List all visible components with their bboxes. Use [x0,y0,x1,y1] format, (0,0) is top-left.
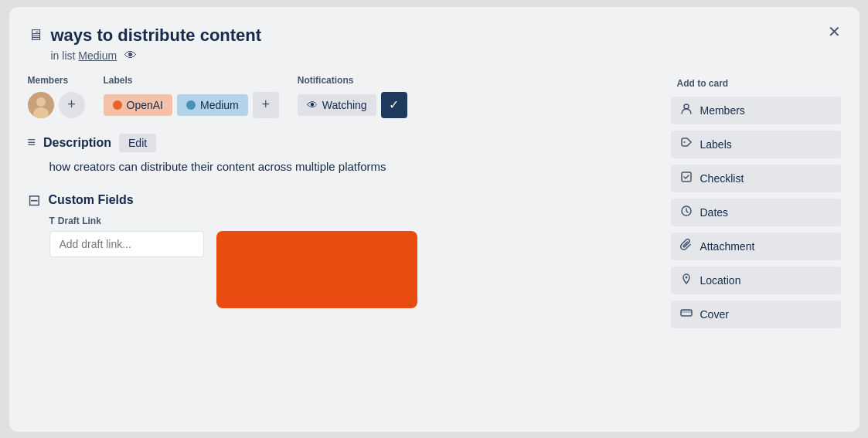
list-name-link[interactable]: Medium [78,49,117,62]
avatar[interactable] [28,92,54,118]
avatar-svg [28,92,54,118]
sidebar-cover-btn[interactable]: Cover [671,300,841,328]
openai-label-text: OpenAI [127,99,163,111]
draft-link-field: T Draft Link [49,216,204,257]
sidebar-members-btn[interactable]: Members [671,97,841,124]
labels-label: Labels [104,75,279,86]
label-chip-medium[interactable]: Medium [177,94,248,116]
modal-subtitle: in list Medium 👁 [51,49,841,63]
sidebar-dates-label: Dates [700,206,729,219]
watching-label: Watching [322,99,367,111]
location-icon [680,273,693,288]
description-section: ≡ Description Edit how creators can dist… [28,134,652,176]
custom-fields-title: Custom Fields [49,193,134,207]
modal-title: ways to distribute content [51,25,262,46]
sidebar: Add to card Members Labels Checklist [671,75,841,331]
sidebar-members-label: Members [700,104,745,117]
card-icon: 🖥 [28,26,43,44]
modal-body: Members + [28,75,841,331]
add-label-btn[interactable]: + [253,92,279,118]
notifications-section: Notifications 👁 Watching ✓ [298,75,407,118]
sidebar-location-btn[interactable]: Location [671,267,841,294]
medium-dot [186,100,196,110]
sidebar-labels-label: Labels [700,138,732,151]
cover-preview [216,231,417,308]
add-to-card-label: Add to card [671,78,841,89]
field-type-icon: T [49,216,55,226]
sidebar-attachment-label: Attachment [700,240,755,253]
svg-point-4 [683,141,685,143]
notifications-content: 👁 Watching ✓ [298,92,407,118]
members-label: Members [28,75,85,86]
modal-header: 🖥 ways to distribute content in list Med… [28,25,841,63]
sidebar-labels-btn[interactable]: Labels [671,131,841,158]
watching-button[interactable]: 👁 Watching [298,94,376,116]
close-button[interactable]: ✕ [822,19,847,44]
members-icon [680,103,693,118]
label-chip-openai[interactable]: OpenAI [104,94,172,116]
custom-fields-header: ⊟ Custom Fields [28,191,652,209]
dates-icon [680,205,693,220]
description-text: how creators can distribute their conten… [49,158,652,176]
sidebar-attachment-btn[interactable]: Attachment [671,233,841,260]
svg-rect-9 [681,310,692,313]
main-content: Members + [28,75,652,331]
meta-row: Members + [28,75,652,118]
description-header: ≡ Description Edit [28,134,652,152]
labels-section: Labels OpenAI Medium + [104,75,279,118]
svg-point-1 [36,97,46,107]
labels-icon [680,137,693,152]
svg-point-3 [684,104,689,109]
watching-eye-icon: 👁 [307,99,318,111]
sidebar-checklist-btn[interactable]: Checklist [671,165,841,192]
field-name: Draft Link [58,216,101,226]
draft-link-input[interactable] [49,231,204,257]
custom-fields-icon: ⊟ [28,191,41,209]
labels-content: OpenAI Medium + [104,92,279,118]
watching-check-btn[interactable]: ✓ [381,92,407,118]
attachment-icon [680,239,693,254]
openai-dot [113,100,122,110]
custom-fields-section: ⊟ Custom Fields T Draft Link [28,191,652,308]
edit-description-btn[interactable]: Edit [119,134,156,152]
checklist-icon [680,171,693,186]
sidebar-cover-label: Cover [700,308,729,321]
field-type-label: T Draft Link [49,216,204,226]
sidebar-dates-btn[interactable]: Dates [671,199,841,226]
watch-icon[interactable]: 👁 [124,49,137,62]
description-icon: ≡ [28,134,36,151]
card-modal: ✕ 🖥 ways to distribute content in list M… [9,7,859,432]
members-section: Members + [28,75,85,118]
add-member-btn[interactable]: + [59,92,85,118]
sidebar-location-label: Location [700,274,741,287]
list-prefix: in list [51,49,76,62]
description-title: Description [43,136,111,150]
custom-fields-body: T Draft Link [49,216,652,308]
cover-icon [680,307,693,322]
medium-label-text: Medium [200,99,239,111]
sidebar-checklist-label: Checklist [700,172,744,185]
svg-point-7 [685,276,687,278]
members-content: + [28,92,85,118]
notifications-label: Notifications [298,75,407,86]
